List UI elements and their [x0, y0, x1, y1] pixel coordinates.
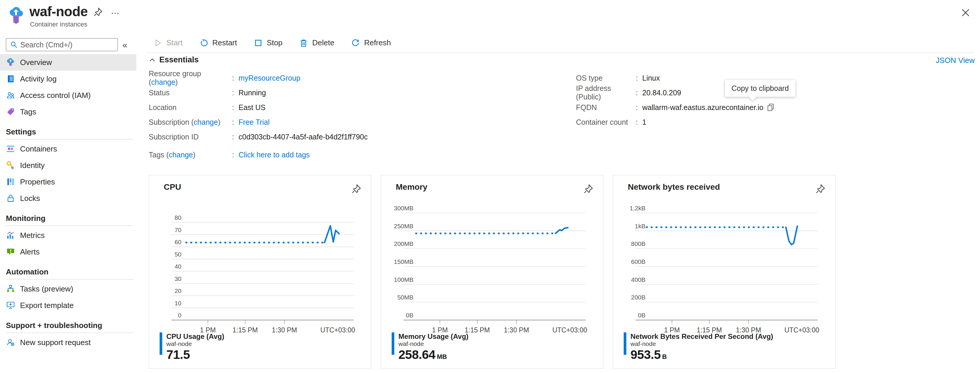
- refresh-button[interactable]: Refresh: [351, 38, 391, 48]
- divider: [6, 225, 134, 226]
- refresh-icon: [351, 38, 360, 48]
- pin-chart-icon[interactable]: [815, 184, 826, 194]
- cpu-legend: CPU Usage (Avg) waf-node 71.5: [160, 332, 224, 362]
- azure-container-instance-overview: waf-node Container instances … «: [0, 0, 980, 373]
- add-tags-link[interactable]: Click here to add tags: [239, 151, 310, 159]
- svg-text:50: 50: [175, 251, 181, 258]
- sidebar-item-label: Export template: [20, 301, 74, 310]
- sidebar-item-tags[interactable]: Tags: [0, 103, 136, 120]
- divider: [6, 139, 134, 140]
- sidebar-item-identity[interactable]: Identity: [0, 157, 136, 173]
- delete-label: Delete: [312, 38, 334, 48]
- sidebar-item-access-control[interactable]: Access control (IAM): [0, 87, 136, 103]
- sidebar-item-label: Access control (IAM): [20, 91, 91, 100]
- sidebar-item-label: Tasks (preview): [20, 284, 73, 294]
- svg-text:200B: 200B: [631, 294, 646, 301]
- pin-chart-icon[interactable]: [583, 184, 593, 194]
- stop-label: Stop: [267, 38, 283, 48]
- essentials-bar: Essentials JSON View: [149, 55, 975, 67]
- chart-title: Network bytes received: [628, 183, 720, 192]
- fqdn-row: FQDN : wallarm-waf.eastus.azurecontainer…: [576, 100, 970, 115]
- container-count-row: Container count : 1: [576, 115, 970, 129]
- tasks-icon: [6, 284, 15, 294]
- network-chart-plot: 1.2kB1kB800B600B400B200B0B1 PM1:15 PM1:3…: [613, 203, 835, 337]
- collapse-sidebar-icon[interactable]: «: [123, 40, 127, 50]
- section-title: Monitoring: [0, 214, 136, 225]
- svg-text:1:30 PM: 1:30 PM: [272, 326, 297, 334]
- cpu-chart-plot: 807060504030201001 PM1:15 PM1:30 PMUTC+0…: [149, 203, 371, 337]
- stop-button[interactable]: Stop: [253, 38, 283, 48]
- sidebar-item-activity-log[interactable]: Activity log: [0, 71, 136, 87]
- overview-icon: [6, 58, 15, 67]
- divider: [6, 333, 134, 333]
- pin-chart-icon[interactable]: [351, 184, 362, 194]
- sidebar-item-properties[interactable]: Properties: [0, 173, 136, 190]
- metric-charts: CPU 807060504030201001 PM1:15 PM1:30 PMU…: [149, 175, 835, 368]
- sidebar-item-overview[interactable]: Overview: [0, 54, 136, 71]
- sidebar-item-new-support-request[interactable]: New support request: [0, 334, 136, 351]
- search-input[interactable]: [20, 41, 118, 49]
- svg-text:0: 0: [178, 312, 181, 319]
- sidebar-item-locks[interactable]: Locks: [0, 190, 136, 206]
- svg-text:10: 10: [175, 300, 181, 306]
- svg-text:150MB: 150MB: [394, 258, 414, 265]
- svg-text:1kB: 1kB: [635, 223, 646, 229]
- sidebar-item-metrics[interactable]: Metrics: [0, 227, 136, 244]
- sidebar-section-monitoring: Monitoring Metrics Alerts: [0, 214, 136, 260]
- more-options-icon[interactable]: …: [111, 6, 120, 16]
- section-title: Settings: [0, 127, 136, 138]
- resource-group-row: Resource group (change) : myResourceGrou…: [149, 71, 555, 85]
- page-header: waf-node Container instances …: [0, 0, 980, 32]
- access-control-icon: [6, 90, 15, 100]
- sidebar-item-export-template[interactable]: Export template: [0, 297, 136, 314]
- pin-icon[interactable]: [93, 7, 103, 17]
- delete-icon: [299, 38, 308, 48]
- change-tags-link[interactable]: change: [169, 151, 193, 159]
- network-chart-card: Network bytes received 1.2kB1kB800B600B4…: [613, 175, 835, 368]
- sidebar-section-support: Support + troubleshooting New support re…: [0, 321, 136, 351]
- section-title: Support + troubleshooting: [0, 321, 136, 332]
- start-button[interactable]: Start: [153, 38, 183, 48]
- command-toolbar: Start Restart Stop Delete Refresh: [146, 33, 975, 53]
- sidebar-item-label: New support request: [20, 338, 91, 347]
- svg-text:0B: 0B: [638, 312, 646, 319]
- sidebar-item-label: Overview: [20, 58, 52, 67]
- subscription-row: Subscription (change) : Free Trial: [149, 115, 555, 129]
- metrics-icon: [6, 231, 15, 240]
- status-row: Status : Running: [149, 85, 555, 100]
- chart-title: CPU: [164, 183, 181, 192]
- essentials-toggle[interactable]: Essentials: [149, 55, 199, 64]
- export-template-icon: [6, 301, 15, 310]
- json-view-link[interactable]: JSON View: [936, 56, 975, 65]
- sidebar-item-alerts[interactable]: Alerts: [0, 244, 136, 260]
- subscription-value[interactable]: Free Trial: [239, 118, 270, 127]
- svg-text:300MB: 300MB: [394, 205, 414, 211]
- container-count-value: 1: [642, 118, 646, 127]
- svg-text:40: 40: [175, 263, 181, 270]
- svg-text:50MB: 50MB: [397, 294, 414, 301]
- restart-icon: [199, 38, 208, 48]
- tags-row: Tags (change) : Click here to add tags: [149, 148, 555, 162]
- sidebar-item-containers[interactable]: Containers: [0, 141, 136, 157]
- memory-current-value: 258.64: [398, 348, 435, 362]
- resource-group-value[interactable]: myResourceGroup: [239, 74, 301, 83]
- essentials-right-column: OS type : Linux IP address (Public) : 20…: [576, 71, 970, 129]
- restart-button[interactable]: Restart: [199, 38, 237, 48]
- sidebar-item-tasks-preview[interactable]: Tasks (preview): [0, 281, 136, 297]
- delete-button[interactable]: Delete: [299, 38, 334, 48]
- status-value: Running: [239, 89, 266, 97]
- start-icon: [153, 38, 162, 48]
- activity-log-icon: [6, 74, 15, 84]
- change-subscription-link[interactable]: change: [194, 118, 218, 126]
- stop-icon: [253, 38, 263, 48]
- properties-icon: [6, 177, 15, 186]
- cpu-current-value: 71.5: [166, 348, 190, 362]
- location-row: Location : East US: [149, 100, 555, 115]
- close-icon[interactable]: [961, 8, 970, 17]
- memory-legend: Memory Usage (Avg) waf-node 258.64MB: [391, 332, 468, 362]
- chart-title: Memory: [396, 183, 427, 192]
- change-resource-group-link[interactable]: change: [151, 78, 175, 86]
- copy-icon[interactable]: [766, 103, 775, 112]
- subscription-id-value: c0d303cb-4407-4a5f-aafe-b4d2f1ff790c: [239, 133, 368, 141]
- sidebar-item-label: Properties: [20, 178, 55, 186]
